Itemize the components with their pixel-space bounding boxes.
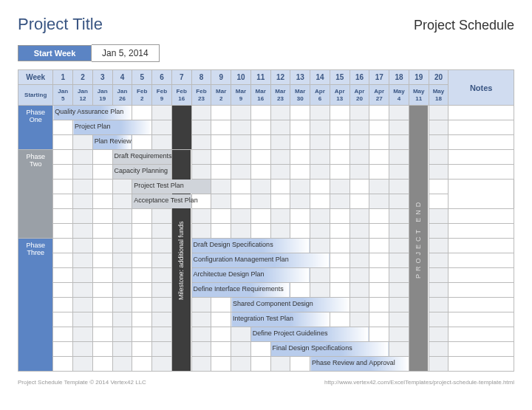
grid-cell [330, 224, 349, 239]
page-subtitle: Project Schedule [414, 18, 514, 33]
grid-cell [73, 253, 93, 268]
grid-cell [310, 106, 330, 120]
grid-cell [310, 165, 330, 180]
grid-cell [349, 180, 369, 194]
grid-cell [290, 283, 310, 298]
notes-cell[interactable] [449, 150, 514, 165]
notes-cell[interactable] [429, 194, 449, 209]
notes-cell[interactable] [449, 224, 514, 239]
grid-cell [211, 327, 231, 342]
notes-cell[interactable] [449, 135, 514, 150]
notes-cell[interactable] [449, 268, 514, 283]
grid-cell [250, 342, 270, 357]
grid-cell [369, 312, 389, 327]
grid-cell [250, 180, 270, 194]
week-header-row: Week 1234567891011121314151617181920 Not… [18, 70, 514, 85]
grid-cell [73, 357, 93, 372]
notes-cell[interactable] [449, 106, 514, 120]
grid-cell [53, 209, 73, 224]
task-label: Acceptance Test Plan [134, 197, 197, 204]
task-label: Architectue Design Plan [194, 270, 265, 278]
grid-cell [349, 253, 369, 268]
notes-cell[interactable] [449, 298, 514, 312]
gantt-row: Project Plan [18, 120, 514, 135]
grid-cell [191, 357, 211, 372]
task-bar[interactable]: Define Interface Requirements [191, 283, 290, 298]
notes-cell[interactable] [449, 357, 514, 372]
grid-cell [231, 120, 251, 135]
grid-cell [389, 106, 409, 120]
notes-cell[interactable] [449, 165, 514, 180]
gantt-row: Acceptance Test Plan [18, 194, 514, 209]
grid-cell [389, 180, 409, 194]
notes-cell[interactable] [449, 253, 514, 268]
task-bar[interactable]: Define Project Guidelines [250, 327, 369, 342]
grid-cell [191, 342, 211, 357]
task-bar[interactable]: Final Design Specifications [270, 342, 389, 357]
grid-cell [270, 194, 290, 209]
task-bar[interactable]: Integration Test Plan [231, 312, 330, 327]
notes-cell[interactable] [449, 283, 514, 298]
phase-one-label: PhaseOne [18, 106, 53, 150]
notes-cell[interactable] [449, 327, 514, 342]
task-bar[interactable]: Configuration Management Plan [191, 253, 330, 268]
grid-cell [270, 135, 290, 150]
grid-cell [270, 180, 290, 194]
task-bar[interactable]: Phase Review and Approval [310, 357, 409, 372]
grid-cell [211, 224, 231, 239]
grid-cell [310, 180, 330, 194]
gantt-row: Configuration Management Plan [18, 253, 514, 268]
grid-cell [429, 239, 449, 253]
grid-cell [132, 268, 152, 283]
notes-cell[interactable] [449, 209, 514, 224]
task-bar[interactable]: Draft Requirements [112, 150, 171, 165]
grid-cell [330, 150, 349, 165]
grid-cell [429, 106, 449, 120]
grid-cell [73, 239, 93, 253]
grid-cell [231, 194, 251, 209]
task-bar[interactable]: Shared Component Design [231, 298, 350, 312]
task-bar[interactable]: Project Test Plan [132, 180, 211, 194]
notes-cell[interactable] [449, 120, 514, 135]
grid-cell [349, 120, 369, 135]
task-label: Integration Test Plan [233, 315, 293, 322]
task-label: Final Design Specifications [273, 344, 352, 352]
grid-cell [191, 165, 211, 180]
task-bar[interactable]: Architectue Design Plan [191, 268, 310, 283]
grid-cell [389, 165, 409, 180]
gantt-row: Plan Review [18, 135, 514, 150]
task-bar[interactable]: Quality Assurance Plan [53, 106, 132, 120]
grid-cell [349, 239, 369, 253]
grid-cell [92, 268, 112, 283]
task-bar[interactable]: Plan Review [92, 135, 132, 150]
grid-cell [389, 120, 409, 135]
grid-cell [389, 253, 409, 268]
grid-cell [152, 312, 172, 327]
task-label: Phase Review and Approval [312, 359, 395, 366]
grid-cell [92, 165, 112, 180]
grid-cell [250, 150, 270, 165]
task-bar[interactable]: Project Plan [73, 120, 152, 135]
grid-cell [132, 342, 152, 357]
startweek-control: Start Week Jan 5, 2014 [18, 44, 514, 62]
grid-cell [53, 120, 73, 135]
task-label: Quality Assurance Plan [55, 108, 123, 115]
grid-cell [73, 194, 93, 209]
notes-cell[interactable] [449, 312, 514, 327]
grid-cell [389, 135, 409, 150]
notes-cell[interactable] [449, 239, 514, 253]
grid-cell [92, 150, 112, 165]
grid-cell [310, 239, 330, 253]
grid-cell [389, 209, 409, 224]
startweek-value[interactable]: Jan 5, 2014 [92, 44, 160, 62]
task-bar[interactable]: Acceptance Test Plan [132, 194, 191, 209]
notes-cell[interactable] [429, 180, 449, 194]
grid-cell [369, 135, 389, 150]
grid-cell [231, 342, 251, 357]
task-label: Draft Requirements [115, 152, 172, 160]
task-bar[interactable]: Capacity Planning [112, 165, 171, 180]
grid-cell [152, 253, 172, 268]
grid-cell [92, 194, 112, 209]
task-bar[interactable]: Draft Design Specifications [191, 239, 310, 253]
notes-cell[interactable] [449, 342, 514, 357]
